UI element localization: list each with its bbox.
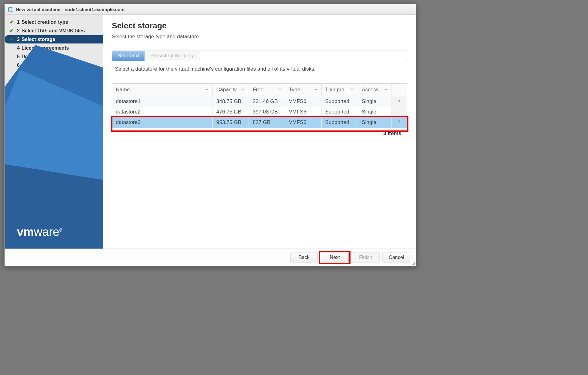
- item-count: 3 items: [112, 128, 407, 139]
- wizard-step-1[interactable]: ✔1 Select creation type: [5, 18, 103, 26]
- col-free[interactable]: Free﹀: [249, 84, 285, 96]
- wizard-step-5: ✔5 Deployment options: [5, 52, 103, 61]
- wizard-dialog: + New virtual machine - node1.client1.ex…: [4, 4, 416, 266]
- step-number: 5: [17, 54, 20, 60]
- cell-access: Single: [358, 96, 391, 107]
- cell-free: 827 GB: [249, 117, 285, 128]
- cell-name: datastore1: [112, 96, 213, 107]
- svg-marker-5: [5, 70, 103, 249]
- page-subtitle: Select the storage type and datastore: [112, 34, 407, 40]
- col-access[interactable]: Access﹀: [358, 84, 391, 96]
- cell-free: 221.46 GB: [249, 96, 285, 107]
- step-label: Deployment options: [22, 54, 69, 60]
- step-label: License agreements: [22, 45, 69, 51]
- step-number: 4: [17, 45, 20, 51]
- chevron-down-icon: ﹀: [314, 86, 319, 93]
- scroll-down-icon[interactable]: ▾: [391, 117, 407, 125]
- finish-button: Finish: [352, 253, 379, 262]
- chevron-down-icon: ﹀: [350, 86, 355, 93]
- vmware-logo: vmware®: [17, 225, 63, 239]
- cell-thin: Supported: [321, 107, 358, 117]
- resize-grip-icon[interactable]: [411, 261, 415, 265]
- cell-capacity: 476.75 GB: [213, 107, 249, 117]
- datastore-row[interactable]: datastore1348.75 GB221.46 GBVMFS6Support…: [112, 96, 407, 107]
- next-button[interactable]: Next: [321, 253, 349, 262]
- step-number: 1: [17, 19, 20, 25]
- cell-type: VMFS6: [285, 107, 321, 117]
- step-label: Select OVF and VMDK files: [22, 28, 85, 34]
- col-name[interactable]: Name﹀: [112, 84, 213, 96]
- scroll-spacer: ▴: [391, 96, 407, 107]
- step-number: 7: [17, 71, 20, 77]
- cell-thin: Supported: [321, 96, 358, 107]
- step-label: Select storage: [22, 37, 55, 42]
- window-title: New virtual machine - node1.client1.exam…: [16, 7, 124, 12]
- tab-persistent-memory[interactable]: Persistent Memory: [144, 51, 200, 61]
- wizard-step-7: ✔7 Ready to complete: [5, 70, 103, 78]
- wizard-step-2[interactable]: ✔2 Select OVF and VMDK files: [5, 27, 103, 35]
- step-label: Ready to complete: [22, 71, 65, 77]
- col-capacity[interactable]: Capacity﹀: [213, 84, 249, 96]
- main-content: Select storage Select the storage type a…: [103, 15, 416, 249]
- back-button[interactable]: Back: [290, 253, 318, 262]
- col-type[interactable]: Type﹀: [285, 84, 321, 96]
- step-number: 2: [17, 28, 20, 34]
- wizard-step-3[interactable]: ✔3 Select storage: [5, 35, 103, 43]
- cancel-button[interactable]: Cancel: [383, 253, 410, 262]
- divider: [112, 45, 407, 45]
- cell-access: Single: [358, 117, 391, 128]
- scroll-spacer: [391, 107, 407, 117]
- cell-capacity: 348.75 GB: [213, 96, 249, 107]
- chevron-down-icon: ﹀: [383, 86, 389, 93]
- chevron-down-icon: ﹀: [241, 86, 246, 93]
- datastore-row[interactable]: datastore2476.75 GB397.08 GBVMFS6Support…: [112, 107, 407, 117]
- cell-thin: Supported: [321, 117, 358, 128]
- col-thin[interactable]: Thin pro…﹀: [321, 84, 358, 96]
- vm-icon: +: [8, 6, 13, 12]
- page-heading: Select storage: [112, 21, 407, 31]
- svg-rect-1: [9, 8, 13, 12]
- wizard-step-4: ✔4 License agreements: [5, 44, 103, 52]
- table-header-row: Name﹀ Capacity﹀ Free﹀ Type﹀ Thin pro…﹀ A…: [112, 84, 407, 96]
- cell-name: datastore2: [112, 107, 213, 117]
- wizard-footer: Back Next Finish Cancel: [5, 249, 416, 266]
- wizard-sidebar: ✔1 Select creation type✔2 Select OVF and…: [5, 15, 103, 249]
- scroll-up-icon[interactable]: ▴: [391, 96, 407, 104]
- step-label: Additional settings: [22, 63, 66, 68]
- cell-name: datastore3: [112, 117, 213, 128]
- cell-type: VMFS6: [285, 117, 321, 128]
- chevron-down-icon: ﹀: [277, 86, 282, 93]
- check-icon: ✔: [10, 28, 14, 34]
- step-number: 3: [17, 37, 20, 42]
- instruction-text: Select a datastore for the virtual machi…: [115, 66, 407, 72]
- cell-free: 397.08 GB: [249, 107, 285, 117]
- check-icon: ✔: [10, 19, 14, 25]
- chevron-down-icon: ﹀: [205, 86, 210, 93]
- cell-access: Single: [358, 107, 391, 117]
- step-number: 6: [17, 63, 20, 68]
- datastore-table: Name﹀ Capacity﹀ Free﹀ Type﹀ Thin pro…﹀ A…: [112, 83, 407, 139]
- svg-line-9: [414, 264, 415, 265]
- svg-text:+: +: [8, 6, 10, 8]
- titlebar: + New virtual machine - node1.client1.ex…: [5, 4, 416, 15]
- wizard-step-6: ✔6 Additional settings: [5, 61, 103, 69]
- col-scroll: [391, 84, 407, 96]
- tab-standard[interactable]: Standard: [112, 51, 144, 61]
- scroll-spacer: ▾: [391, 117, 407, 128]
- storage-type-tabs: Standard Persistent Memory: [112, 51, 407, 61]
- datastore-row[interactable]: datastore3953.75 GB827 GBVMFS6SupportedS…: [112, 117, 407, 128]
- check-icon: ✔: [10, 36, 14, 42]
- cell-type: VMFS6: [285, 96, 321, 107]
- cell-capacity: 953.75 GB: [213, 117, 249, 128]
- step-label: Select creation type: [22, 19, 68, 25]
- wizard-steps: ✔1 Select creation type✔2 Select OVF and…: [5, 18, 103, 78]
